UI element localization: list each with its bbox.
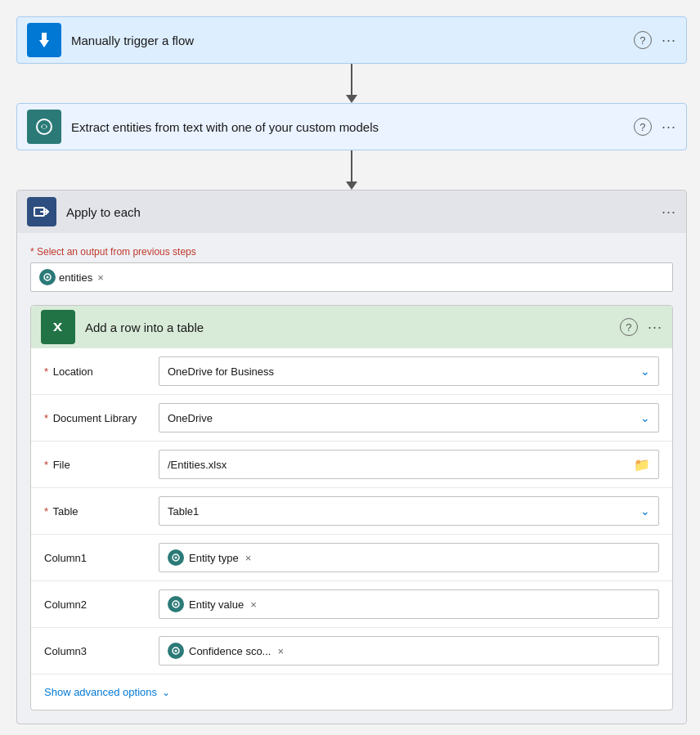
- column1-token-label: Entity type: [189, 552, 239, 564]
- apply-each-more-icon[interactable]: ···: [662, 204, 676, 221]
- trigger-actions: ? ···: [634, 31, 676, 49]
- extract-more-icon[interactable]: ···: [662, 119, 676, 136]
- column2-token-field[interactable]: Entity value ×: [159, 589, 659, 619]
- svg-point-11: [175, 650, 177, 652]
- column3-token-badge: [168, 643, 184, 659]
- add-row-body: * Location OneDrive for Business ⌄ * Doc…: [31, 348, 672, 710]
- column1-label: Column1: [44, 552, 159, 564]
- column3-token-close[interactable]: ×: [277, 645, 284, 657]
- output-token-input[interactable]: entities ×: [30, 262, 673, 292]
- file-input[interactable]: /Entities.xlsx 📁: [159, 450, 659, 479]
- svg-point-4: [47, 276, 49, 279]
- arrow-1: [346, 64, 357, 103]
- location-row: * Location OneDrive for Business ⌄: [31, 348, 672, 395]
- entities-token-close[interactable]: ×: [97, 271, 104, 284]
- location-value: OneDrive for Business: [168, 365, 274, 378]
- entities-token: entities ×: [39, 269, 104, 285]
- extract-title: Extract entities from text with one of y…: [71, 120, 634, 134]
- column2-token-badge: [168, 596, 184, 612]
- column2-token-close[interactable]: ×: [250, 598, 257, 611]
- file-row: * File /Entities.xlsx 📁: [31, 441, 672, 488]
- table-dropdown[interactable]: Table1 ⌄: [159, 496, 659, 526]
- file-value: /Entities.xlsx: [168, 459, 227, 471]
- column1-token-close[interactable]: ×: [245, 552, 252, 564]
- arrow-head-1: [346, 95, 357, 103]
- trigger-card: Manually trigger a flow ? ···: [16, 16, 687, 64]
- apply-each-title: Apply to each: [66, 205, 662, 219]
- location-label: * Location: [44, 365, 159, 378]
- add-row-more-icon[interactable]: ···: [648, 319, 662, 336]
- apply-each-container: Apply to each ··· * Select an output fro…: [16, 190, 687, 724]
- doc-library-row: * Document Library OneDrive ⌄: [31, 395, 672, 441]
- doc-library-dropdown[interactable]: OneDrive ⌄: [159, 403, 659, 432]
- location-dropdown[interactable]: OneDrive for Business ⌄: [159, 356, 659, 386]
- table-dropdown-arrow: ⌄: [640, 504, 650, 518]
- extract-help-icon[interactable]: ?: [634, 118, 652, 136]
- column2-token-label: Entity value: [189, 598, 244, 611]
- flow-container: Manually trigger a flow ? ··· Extract en…: [16, 16, 687, 724]
- file-browse-icon[interactable]: 📁: [634, 457, 650, 473]
- trigger-title: Manually trigger a flow: [71, 34, 634, 47]
- doc-library-dropdown-arrow: ⌄: [640, 411, 650, 424]
- arrow-2: [346, 150, 357, 190]
- doc-library-value: OneDrive: [168, 412, 213, 424]
- extract-card: Extract entities from text with one of y…: [16, 103, 687, 150]
- column1-row: Column1 Entity type ×: [31, 535, 672, 581]
- doc-library-label: * Document Library: [44, 412, 159, 424]
- table-row: * Table Table1 ⌄: [31, 488, 672, 535]
- table-label: * Table: [44, 505, 159, 518]
- column3-label: Column3: [44, 645, 159, 657]
- entities-token-badge: [39, 269, 56, 285]
- add-row-actions: ? ···: [620, 318, 662, 336]
- add-row-help-icon[interactable]: ?: [620, 318, 638, 336]
- svg-point-7: [175, 557, 177, 559]
- trigger-help-icon[interactable]: ?: [634, 31, 652, 49]
- column1-token-field[interactable]: Entity type ×: [159, 543, 659, 572]
- apply-each-header: Apply to each ···: [17, 190, 686, 233]
- column3-token-field[interactable]: Confidence sco... ×: [159, 636, 659, 666]
- show-advanced-button[interactable]: Show advanced options ⌄: [31, 674, 672, 710]
- show-advanced-chevron-icon: ⌄: [162, 687, 170, 698]
- add-row-header: Add a row into a table ? ···: [31, 306, 672, 348]
- table-value: Table1: [168, 505, 199, 518]
- excel-icon: [41, 310, 75, 344]
- output-label: * Select an output from previous steps: [30, 246, 673, 258]
- location-dropdown-arrow: ⌄: [640, 365, 650, 378]
- add-row-title: Add a row into a table: [85, 320, 620, 334]
- extract-icon: [27, 110, 61, 144]
- column2-row: Column2 Entity value ×: [31, 581, 672, 628]
- show-advanced-label: Show advanced options: [44, 686, 157, 698]
- column2-label: Column2: [44, 598, 159, 611]
- svg-point-9: [175, 603, 177, 606]
- entities-token-label: entities: [59, 271, 92, 284]
- trigger-icon: [27, 23, 61, 57]
- column3-row: Column3 Confidence sco... ×: [31, 628, 672, 674]
- file-label: * File: [44, 459, 159, 471]
- extract-actions: ? ···: [634, 118, 676, 136]
- column3-token-label: Confidence sco...: [189, 645, 271, 657]
- add-row-card: Add a row into a table ? ··· * Location …: [30, 305, 673, 710]
- apply-each-icon: [27, 197, 56, 226]
- output-label-text: * Select an output from previous steps: [30, 246, 196, 258]
- arrow-head-2: [346, 182, 357, 190]
- svg-point-1: [43, 125, 47, 129]
- column1-token-badge: [168, 549, 184, 566]
- apply-each-body: * Select an output from previous steps e…: [17, 233, 686, 710]
- trigger-more-icon[interactable]: ···: [662, 32, 676, 49]
- arrow-line-1: [351, 64, 352, 95]
- arrow-line-2: [351, 150, 352, 182]
